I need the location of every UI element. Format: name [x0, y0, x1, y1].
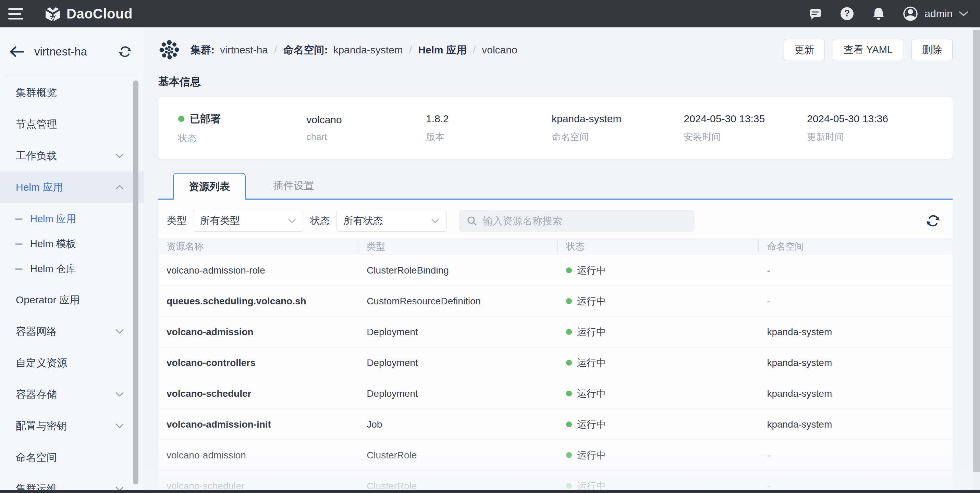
column-header-status: 状态 [558, 240, 759, 253]
breadcrumb-helm-apps[interactable]: Helm 应用 [418, 43, 467, 57]
resource-name: volcano-admission-role [158, 265, 358, 276]
breadcrumb-current-app: volcano [482, 44, 517, 56]
top-bar: DaoCloud ? [0, 0, 980, 27]
sidebar-item-config-secrets[interactable]: 配置与密钥 [0, 410, 144, 442]
sidebar-item-helm-templates[interactable]: Helm 模板 [0, 231, 144, 257]
breadcrumb-namespace-value[interactable]: kpanda-system [333, 44, 402, 56]
resource-namespace: - [759, 296, 953, 307]
status-dot-icon [566, 267, 572, 273]
search-input[interactable] [483, 216, 687, 227]
hamburger-menu-icon[interactable] [8, 8, 23, 19]
sidebar-item-operator-apps[interactable]: Operator 应用 [0, 284, 144, 315]
table-row[interactable]: volcano-scheduler Deployment 运行中 kpanda-… [158, 378, 953, 409]
switch-cluster-icon[interactable] [118, 44, 132, 59]
resource-namespace: kpanda-system [759, 419, 953, 430]
breadcrumb-separator: / [274, 44, 277, 56]
avatar-icon [902, 6, 918, 22]
resource-status: 运行中 [558, 295, 759, 308]
dash-icon [15, 268, 22, 270]
type-filter-label: 类型 [167, 214, 187, 228]
sidebar-item-namespaces[interactable]: 命名空间 [0, 442, 144, 473]
breadcrumb-separator: / [409, 44, 412, 56]
sidebar-item-workloads[interactable]: 工作负载 [0, 140, 144, 171]
sidebar-item-helm-apps-group[interactable]: Helm 应用 [0, 171, 144, 203]
table-row[interactable]: volcano-admission Deployment 运行中 kpanda-… [158, 317, 953, 347]
breadcrumb-cluster-label: 集群: [191, 43, 215, 57]
chevron-down-icon [115, 153, 124, 159]
sidebar-item-helm-repos[interactable]: Helm 仓库 [0, 257, 144, 281]
dash-icon [15, 243, 22, 245]
message-icon[interactable] [808, 6, 823, 21]
column-header-namespace: 命名空间 [759, 240, 953, 253]
resource-status: 运行中 [558, 357, 759, 369]
type-select[interactable]: 所有类型 [193, 210, 303, 232]
status-select[interactable]: 所有状态 [336, 210, 447, 232]
search-box [459, 210, 695, 232]
tabs-bar: 资源列表 插件设置 [158, 172, 953, 200]
help-icon[interactable]: ? [840, 6, 854, 21]
view-yaml-button[interactable]: 查看 YAML [833, 39, 903, 61]
header-actions: 更新 查看 YAML 删除 [784, 39, 953, 61]
resource-status: 运行中 [558, 326, 759, 339]
sidebar-item-node-management[interactable]: 节点管理 [0, 109, 144, 140]
svg-text:?: ? [844, 8, 850, 19]
breadcrumb-cluster-value[interactable]: virtnest-ha [220, 44, 268, 56]
table-row[interactable]: queues.scheduling.volcano.sh CustomResou… [158, 286, 953, 317]
resource-namespace: - [759, 481, 953, 491]
resource-namespace: - [759, 450, 953, 461]
table-row[interactable]: volcano-admission ClusterRole 运行中 - [158, 440, 953, 471]
resource-namespace: kpanda-system [759, 357, 953, 368]
username-label: admin [924, 8, 953, 19]
resource-name: volcano-controllers [158, 357, 358, 368]
brand-name: DaoCloud [67, 6, 133, 22]
notification-bell-icon[interactable] [871, 6, 886, 21]
brand: DaoCloud [44, 5, 133, 22]
resource-name: volcano-scheduler [158, 481, 358, 491]
table-row[interactable]: volcano-scheduler ClusterRole 运行中 - [158, 471, 953, 493]
table-row[interactable]: volcano-controllers Deployment 运行中 kpand… [158, 347, 953, 378]
sidebar-item-container-network[interactable]: 容器网络 [0, 315, 144, 347]
table-row[interactable]: volcano-admission-role ClusterRoleBindin… [158, 255, 953, 286]
status-dot-icon [566, 329, 572, 335]
tab-resource-list[interactable]: 资源列表 [173, 173, 246, 200]
refresh-icon[interactable] [926, 213, 940, 228]
info-field-status: 已部署 状态 [178, 112, 306, 144]
tab-plugin-settings[interactable]: 插件设置 [270, 173, 318, 198]
basic-info-card: 已部署 状态 volcano chart 1.8.2 版本 kpanda-sys… [158, 97, 953, 159]
back-arrow-icon[interactable] [9, 46, 25, 57]
resource-kind: CustomResourceDefinition [358, 296, 558, 307]
filter-row: 类型 所有类型 状态 所有状态 [167, 210, 953, 232]
bottom-edge-strip [0, 490, 980, 493]
resource-kind: ClusterRole [358, 450, 558, 461]
window-scrollbar[interactable] [973, 27, 980, 493]
update-button[interactable]: 更新 [784, 39, 825, 61]
user-menu[interactable]: admin [902, 6, 968, 22]
daocloud-logo-icon [44, 5, 62, 22]
resource-list-panel: 类型 所有类型 状态 所有状态 [158, 200, 953, 493]
resource-status: 运行中 [558, 449, 759, 462]
sidebar-item-cluster-overview[interactable]: 集群概览 [0, 77, 144, 109]
delete-button[interactable]: 删除 [912, 39, 953, 61]
sidebar-item-container-storage[interactable]: 容器存储 [0, 379, 144, 410]
sidebar-item-custom-resources[interactable]: 自定义资源 [0, 347, 144, 379]
table-header: 资源名称 类型 状态 命名空间 [158, 238, 953, 255]
chevron-down-icon [115, 329, 124, 334]
table-row[interactable]: volcano-admission-init Job 运行中 kpanda-sy… [158, 409, 953, 440]
chevron-down-icon [431, 219, 439, 224]
topbar-right: ? admin [808, 6, 968, 22]
sidebar-scrollbar[interactable] [133, 81, 138, 484]
resource-name: queues.scheduling.volcano.sh [158, 296, 358, 307]
info-field-chart: volcano chart [306, 114, 426, 143]
resource-namespace: kpanda-system [759, 327, 953, 338]
status-dot-icon [566, 298, 572, 304]
status-dot-icon [566, 483, 572, 489]
resource-name: volcano-scheduler [158, 388, 358, 399]
breadcrumb-separator: / [473, 44, 476, 56]
resource-status: 运行中 [558, 387, 759, 400]
resource-name: volcano-admission [158, 450, 358, 461]
sidebar-item-helm-apps[interactable]: Helm 应用 [0, 206, 144, 231]
info-field-namespace: kpanda-system 命名空间 [552, 113, 684, 143]
status-dot-icon [566, 422, 572, 427]
window-scrollbar-thumb[interactable] [973, 30, 980, 472]
status-filter-label: 状态 [310, 214, 330, 228]
